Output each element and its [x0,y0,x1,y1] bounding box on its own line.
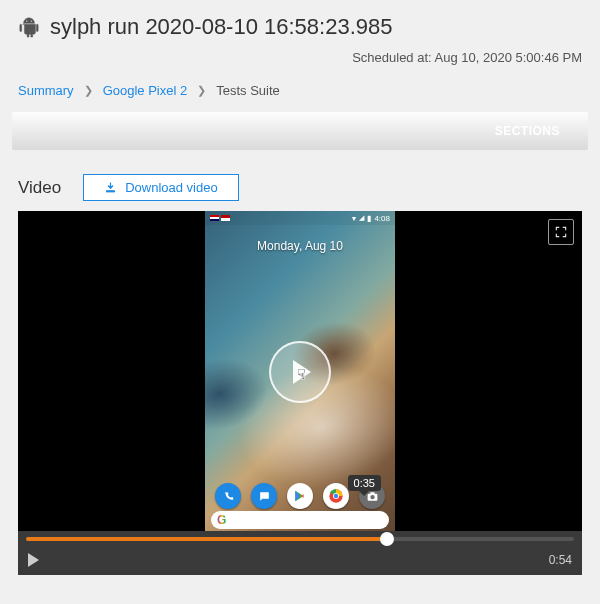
video-player[interactable]: ▾ ◢ ▮ 4:08 Monday, Aug 10 ☟ [18,211,582,531]
messages-app-icon [251,483,277,509]
chevron-right-icon: ❯ [197,84,206,97]
seek-bar[interactable] [18,531,582,545]
play-store-app-icon [287,483,313,509]
svg-point-8 [370,494,374,498]
flag-icon [221,215,230,221]
battery-icon: ▮ [367,214,371,223]
chrome-app-icon [323,483,349,509]
svg-point-1 [31,20,32,21]
svg-point-0 [26,20,27,21]
seek-thumb[interactable] [380,532,394,546]
google-g-icon: G [217,513,226,527]
cursor-icon: ☟ [297,366,306,382]
phone-date-text: Monday, Aug 10 [205,239,395,253]
sections-bar[interactable]: SECTIONS [12,112,588,150]
breadcrumb-summary[interactable]: Summary [18,83,74,98]
video-heading: Video [18,178,61,198]
download-icon [104,181,117,194]
phone-status-time: 4:08 [374,214,390,223]
svg-point-6 [334,494,338,498]
phone-app-icon [215,483,241,509]
wifi-icon: ▾ [352,214,356,223]
svg-rect-2 [106,191,115,193]
google-search-pill: G [211,511,389,529]
play-button[interactable] [28,553,39,567]
phone-screen: ▾ ◢ ▮ 4:08 Monday, Aug 10 ☟ [205,211,395,531]
svg-rect-9 [370,492,374,494]
download-video-button[interactable]: Download video [83,174,239,201]
flag-icon [210,215,219,221]
signal-icon: ◢ [359,214,364,222]
seek-tooltip: 0:35 [348,475,381,491]
breadcrumb: Summary ❯ Google Pixel 2 ❯ Tests Suite [0,79,600,112]
chevron-right-icon: ❯ [84,84,93,97]
sections-label: SECTIONS [495,124,560,138]
page-title: sylph run 2020-08-10 16:58:23.985 [50,14,392,40]
video-duration: 0:54 [549,553,572,567]
video-controls: 0:54 [18,531,582,575]
download-video-label: Download video [125,180,218,195]
breadcrumb-device[interactable]: Google Pixel 2 [103,83,188,98]
scheduled-at-label: Scheduled at: Aug 10, 2020 5:00:46 PM [0,46,600,79]
seek-progress [26,537,387,541]
phone-status-bar: ▾ ◢ ▮ 4:08 [205,211,395,225]
android-icon [18,16,40,38]
fullscreen-button[interactable] [548,219,574,245]
fullscreen-icon [554,225,568,239]
breadcrumb-current: Tests Suite [216,83,280,98]
